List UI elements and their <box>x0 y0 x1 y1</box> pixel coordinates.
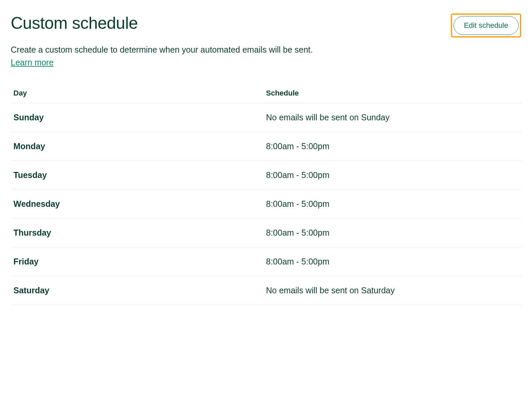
edit-schedule-button[interactable]: Edit schedule <box>454 16 519 35</box>
table-header-schedule: Schedule <box>266 89 519 98</box>
table-row: Saturday No emails will be sent on Satur… <box>11 276 521 305</box>
day-cell: Friday <box>13 257 266 266</box>
table-header-row: Day Schedule <box>11 83 521 103</box>
table-row: Thursday 8:00am - 5:00pm <box>11 219 521 247</box>
schedule-cell: 8:00am - 5:00pm <box>266 141 519 151</box>
edit-button-highlight: Edit schedule <box>451 13 521 38</box>
schedule-cell: 8:00am - 5:00pm <box>266 257 519 266</box>
table-row: Tuesday 8:00am - 5:00pm <box>11 161 521 190</box>
day-cell: Wednesday <box>13 199 266 209</box>
learn-more-link[interactable]: Learn more <box>11 58 54 67</box>
schedule-cell: No emails will be sent on Sunday <box>266 113 519 122</box>
schedule-cell: 8:00am - 5:00pm <box>266 228 519 238</box>
day-cell: Sunday <box>13 113 266 122</box>
day-cell: Monday <box>13 141 266 151</box>
table-row: Friday 8:00am - 5:00pm <box>11 247 521 276</box>
schedule-cell: No emails will be sent on Saturday <box>266 286 519 295</box>
table-row: Monday 8:00am - 5:00pm <box>11 132 521 161</box>
schedule-table: Day Schedule Sunday No emails will be se… <box>11 83 521 305</box>
table-header-day: Day <box>13 89 266 98</box>
page-title: Custom schedule <box>11 13 138 33</box>
table-row: Sunday No emails will be sent on Sunday <box>11 103 521 132</box>
schedule-cell: 8:00am - 5:00pm <box>266 170 519 180</box>
page-description: Create a custom schedule to determine wh… <box>11 44 521 56</box>
day-cell: Saturday <box>13 286 266 295</box>
header-row: Custom schedule Edit schedule <box>11 13 521 38</box>
day-cell: Thursday <box>13 228 266 238</box>
day-cell: Tuesday <box>13 170 266 180</box>
table-row: Wednesday 8:00am - 5:00pm <box>11 190 521 219</box>
schedule-cell: 8:00am - 5:00pm <box>266 199 519 209</box>
